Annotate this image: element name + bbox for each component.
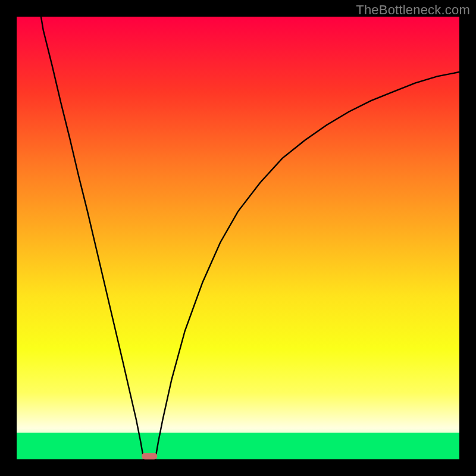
gradient-plot-area [17,17,459,459]
optimal-green-band [17,433,459,459]
watermark-text: TheBottleneck.com [356,2,470,18]
chart-frame: TheBottleneck.com [0,0,476,476]
optimal-marker [142,453,157,459]
bottleneck-chart [0,0,476,476]
